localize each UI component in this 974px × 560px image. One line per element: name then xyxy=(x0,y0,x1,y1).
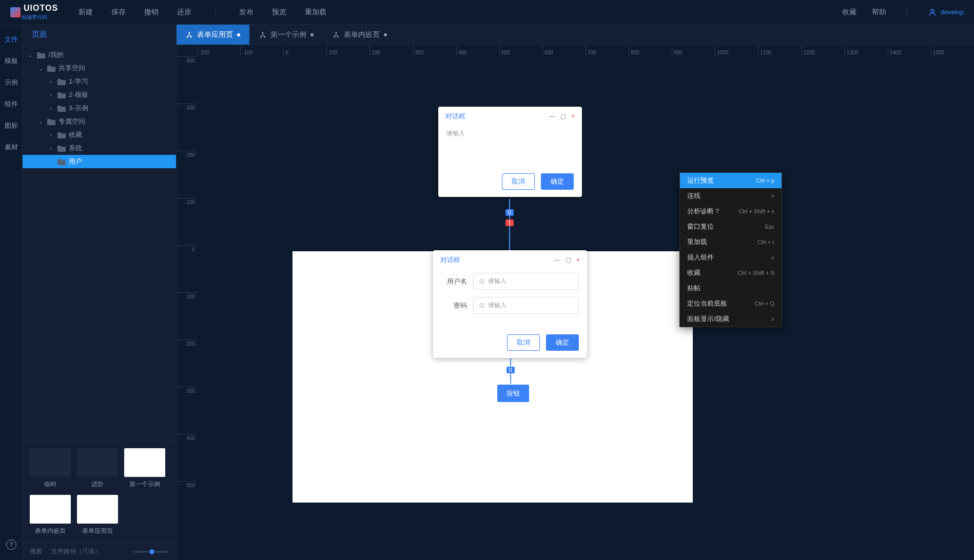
username-input[interactable]: 请输入 xyxy=(473,273,579,290)
menu-reload[interactable]: 重加载 xyxy=(305,8,326,17)
canvas-content[interactable]: 对话框 — ▢ × 请输入 取消 确定 0 1 xyxy=(197,56,974,560)
nav-example[interactable]: 示例 xyxy=(5,78,18,87)
menu-new[interactable]: 新建 xyxy=(79,8,93,17)
ruler-tick: 1100 xyxy=(758,45,801,56)
tree-toggle-icon[interactable]: ⌄ xyxy=(37,66,44,71)
password-input[interactable]: 请输入 xyxy=(473,297,579,314)
cancel-button[interactable]: 取消 xyxy=(502,173,535,190)
minimize-icon[interactable]: — xyxy=(554,256,560,264)
svg-point-7 xyxy=(336,32,337,33)
ruler-tick: -400 xyxy=(177,56,197,104)
tree-item[interactable]: ⌄/我的 xyxy=(23,48,176,62)
user-badge[interactable]: develop xyxy=(928,8,964,17)
menu-help[interactable]: 帮助 xyxy=(872,8,886,17)
zoom-slider[interactable] xyxy=(133,551,169,553)
menu-redo[interactable]: 还原 xyxy=(177,8,191,17)
tab[interactable]: 表单应用页 xyxy=(177,25,250,45)
close-icon[interactable]: × xyxy=(571,113,575,120)
logo-icon xyxy=(10,7,21,17)
context-menu-item[interactable]: 收藏Ctrl + Shift + S xyxy=(680,265,782,281)
context-menu-item[interactable]: 运行预览Ctrl + p xyxy=(680,173,782,188)
search-label[interactable]: 搜索 xyxy=(30,547,42,556)
ruler-tick: 0 xyxy=(283,45,326,56)
menu-save[interactable]: 保存 xyxy=(111,8,126,17)
tree-item[interactable]: ›3-示例 xyxy=(23,102,176,115)
context-label: 收藏 xyxy=(687,268,700,277)
nav-file[interactable]: 文件 xyxy=(5,35,18,44)
thumb[interactable]: 表单应用页 xyxy=(77,495,118,535)
ruler-tick: 300 xyxy=(177,387,197,434)
svg-point-10 xyxy=(480,279,483,283)
nav-component[interactable]: 组件 xyxy=(5,99,18,109)
tree-toggle-icon[interactable]: › xyxy=(47,146,54,151)
menu-preview[interactable]: 预览 xyxy=(272,8,286,17)
tree-item[interactable]: ›系统 xyxy=(23,142,176,155)
tree-toggle-icon[interactable]: › xyxy=(47,132,54,138)
panel-title: 页面 xyxy=(23,25,176,45)
thumb[interactable]: 表单内嵌页 xyxy=(30,495,71,535)
context-menu-item[interactable]: 重加载Ctrl + r xyxy=(680,234,782,250)
menu-undo[interactable]: 撤销 xyxy=(144,8,159,17)
context-menu-item[interactable]: 粘帖 xyxy=(680,281,782,296)
tree-toggle-icon[interactable]: ⌄ xyxy=(27,52,34,58)
tree-item[interactable]: ⌄共享空间 xyxy=(23,62,176,75)
help-icon[interactable]: ? xyxy=(6,539,16,550)
context-menu-item[interactable]: 窗口复位Esc xyxy=(680,219,782,234)
context-menu-item[interactable]: 定位当前底板Ctrl + Q xyxy=(680,296,782,311)
hierarchy-icon xyxy=(186,31,193,38)
tree-toggle-icon[interactable]: ⌄ xyxy=(37,119,44,125)
context-menu-item[interactable]: 插入组件> xyxy=(680,250,782,265)
file-panel: 页面 ⌄/我的⌄共享空间›1-学习›2-模板›3-示例⌄专属空间›收藏›系统›用… xyxy=(23,25,177,560)
tree-toggle-icon[interactable]: › xyxy=(47,106,54,111)
maximize-icon[interactable]: ▢ xyxy=(560,113,566,120)
ruler-tick: -200 xyxy=(177,151,197,198)
thumb[interactable]: 第一个示例 xyxy=(124,448,165,489)
nav-asset[interactable]: 素材 xyxy=(5,143,18,152)
ruler-tick: 100 xyxy=(177,292,197,339)
ruler-tick: 0 xyxy=(177,245,197,292)
context-shortcut: > xyxy=(771,316,774,322)
dialog-textarea[interactable]: 请输入 xyxy=(446,129,574,160)
tree-item[interactable]: ›1-学习 xyxy=(23,75,176,88)
menu-divider-2 xyxy=(907,7,907,17)
context-menu-item[interactable]: 连线> xyxy=(680,188,782,204)
thumb[interactable]: 进阶 xyxy=(77,448,118,489)
menu-publish[interactable]: 发布 xyxy=(239,8,254,17)
ruler-tick: 400 xyxy=(177,434,197,481)
nav-icon[interactable]: 图标 xyxy=(5,121,18,130)
context-menu-item[interactable]: 面板显示/隐藏> xyxy=(680,311,782,327)
tree-label: 2-模板 xyxy=(69,90,88,99)
tree-item[interactable]: ›用户 xyxy=(23,155,176,168)
search-icon xyxy=(479,278,485,285)
menu-divider xyxy=(215,7,216,17)
cancel-button[interactable]: 取消 xyxy=(507,334,540,351)
unsaved-dot-icon xyxy=(384,33,387,36)
confirm-button[interactable]: 确定 xyxy=(541,173,574,190)
maximize-icon[interactable]: ▢ xyxy=(566,256,571,264)
nav-template[interactable]: 模板 xyxy=(5,56,18,66)
thumb[interactable]: 临时 xyxy=(30,448,71,489)
tree-item[interactable]: ›收藏 xyxy=(23,128,176,142)
context-menu-item[interactable]: 分析诊断？Ctrl + Shift + x xyxy=(680,204,782,219)
canvas-button[interactable]: 按钮 xyxy=(497,385,529,402)
tree-toggle-icon[interactable]: › xyxy=(47,92,54,98)
tab[interactable]: 第一个示例 xyxy=(250,25,323,45)
confirm-button[interactable]: 确定 xyxy=(546,334,579,351)
context-shortcut: Ctrl + Q xyxy=(755,301,774,307)
tree-item[interactable]: ⌄专属空间 xyxy=(23,115,176,128)
ruler-tick: 100 xyxy=(326,45,369,56)
bottom-bar: 搜索 文件路径（只读） xyxy=(23,543,176,560)
context-shortcut: > xyxy=(771,254,774,261)
unsaved-dot-icon xyxy=(237,33,240,36)
tree-toggle-icon[interactable]: › xyxy=(47,159,54,165)
tab[interactable]: 表单内嵌页 xyxy=(323,25,397,45)
tree-item[interactable]: ›2-模板 xyxy=(23,88,176,102)
close-icon[interactable]: × xyxy=(576,256,580,264)
menu-favorite[interactable]: 收藏 xyxy=(842,8,856,17)
tree-toggle-icon[interactable]: › xyxy=(47,79,54,85)
dialog-form[interactable]: 对话框 — ▢ × 用户名 请输入 xyxy=(433,250,587,358)
minimize-icon[interactable]: — xyxy=(549,113,555,120)
thumbnails: 临时 进阶 第一个示例 表单内嵌页 表单应用页 xyxy=(23,441,176,543)
dialog-top[interactable]: 对话框 — ▢ × 请输入 取消 确定 xyxy=(438,107,582,197)
ruler-tick: 1400 xyxy=(888,45,931,56)
